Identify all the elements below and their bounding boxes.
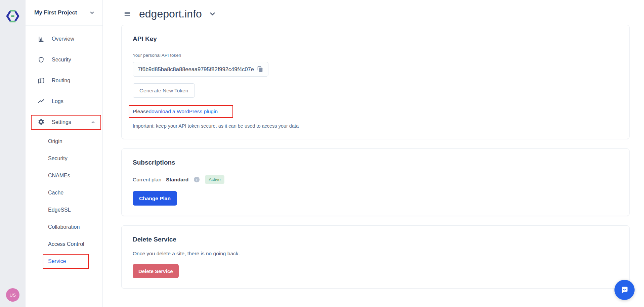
plugin-text: Please	[133, 108, 148, 115]
sidebar-subitem-collaboration[interactable]: Collaboration	[26, 218, 102, 235]
sidebar-subitem-service[interactable]: Service	[43, 254, 89, 269]
delete-service-button[interactable]: Delete Service	[133, 264, 179, 278]
bar-chart-icon	[38, 36, 45, 43]
sidebar-subitem-label: Collaboration	[48, 224, 80, 230]
sidebar-subitem-label: Cache	[48, 190, 63, 196]
gear-icon	[38, 118, 45, 127]
delete-warning-text: Once you delete a site, there is no goin…	[133, 251, 618, 257]
token-security-note: Important: keep your API token secure, a…	[133, 123, 618, 129]
sidebar-item-label: Logs	[52, 98, 63, 104]
wordpress-plugin-link[interactable]: download a WordPress plugin	[148, 108, 218, 115]
map-icon	[38, 77, 45, 84]
icon-rail: US	[0, 0, 26, 307]
sidebar-subitem-label: Origin	[48, 138, 62, 144]
sidebar-subitem-edgessl[interactable]: EdgeSSL	[26, 201, 102, 218]
sidebar-subitem-label: EdgeSSL	[48, 207, 71, 213]
shield-icon	[38, 56, 45, 63]
sidebar-item-logs[interactable]: Logs	[26, 91, 102, 112]
copy-icon[interactable]	[256, 65, 264, 73]
edgeport-logo-icon	[5, 9, 20, 24]
plan-name: Standard	[166, 177, 188, 182]
sidebar-subitem-label: Service	[48, 258, 66, 264]
sidebar-item-security[interactable]: Security	[26, 49, 102, 70]
activity-icon	[38, 98, 45, 105]
sidebar-subitem-label: Access Control	[48, 241, 84, 247]
menu-icon[interactable]	[124, 10, 131, 17]
main-header: edgeport.info	[103, 0, 644, 23]
sidebar-item-settings[interactable]: Settings	[31, 115, 101, 130]
api-key-card: API Key Your personal API token 7f6b9d85…	[121, 25, 630, 139]
sidebar-subitem-security[interactable]: Security	[26, 150, 102, 167]
service-switcher[interactable]: edgeport.info	[139, 8, 216, 20]
sidebar-item-label: Security	[52, 57, 71, 63]
card-title: Delete Service	[133, 236, 618, 243]
info-icon[interactable]: i	[194, 177, 200, 182]
sidebar-subitem-cache[interactable]: Cache	[26, 184, 102, 201]
main-content: edgeport.info API Key Your personal API …	[103, 0, 644, 307]
generate-token-button[interactable]: Generate New Token	[133, 83, 195, 98]
change-plan-button[interactable]: Change Plan	[133, 191, 177, 206]
sidebar-subitem-cnames[interactable]: CNAMEs	[26, 167, 102, 184]
sidebar-item-label: Settings	[52, 119, 71, 125]
sidebar-subitem-label: Security	[48, 156, 68, 162]
chevron-down-icon	[209, 10, 216, 18]
token-label: Your personal API token	[133, 53, 618, 58]
chat-bubble-icon	[619, 285, 630, 295]
sidebar-nav: Overview Security Routing Logs	[26, 26, 102, 270]
sidebar-subitem-access-control[interactable]: Access Control	[26, 235, 102, 253]
project-name: My First Project	[34, 9, 77, 16]
project-selector[interactable]: My First Project	[26, 0, 102, 26]
api-token-field[interactable]: 7f6b9d85ba8c8a88eeaa9795f82f992c49f4c07e	[133, 62, 268, 77]
sidebar-subitem-label: CNAMEs	[48, 173, 70, 179]
chat-launcher-button[interactable]	[614, 280, 635, 300]
card-title: API Key	[133, 35, 618, 43]
api-token-value: 7f6b9d85ba8c8a88eeaa9795f82f992c49f4c07e	[138, 66, 254, 73]
user-avatar[interactable]: US	[6, 288, 19, 302]
sidebar: My First Project Overview Security Routi…	[26, 0, 103, 307]
sidebar-item-label: Routing	[52, 78, 70, 84]
card-title: Subscriptions	[133, 159, 618, 166]
sidebar-item-overview[interactable]: Overview	[26, 29, 102, 49]
sidebar-item-label: Overview	[52, 36, 74, 42]
annotation-box-plugin: Please download a WordPress plugin	[129, 105, 233, 118]
current-plan-text: Current plan - Standard	[133, 177, 188, 183]
page-title: edgeport.info	[139, 8, 202, 20]
chevron-down-icon	[89, 10, 95, 16]
sidebar-item-routing[interactable]: Routing	[26, 70, 102, 91]
sidebar-subitem-origin[interactable]: Origin	[26, 133, 102, 150]
delete-service-card: Delete Service Once you delete a site, t…	[121, 225, 630, 289]
status-badge: Active	[205, 175, 224, 184]
chevron-up-icon	[90, 120, 96, 125]
subscriptions-card: Subscriptions Current plan - Standard i …	[121, 148, 630, 216]
